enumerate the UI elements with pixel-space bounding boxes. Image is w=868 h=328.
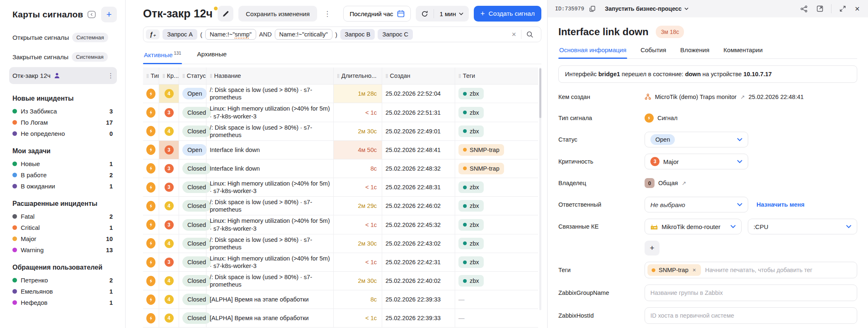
create-signal-label: Создать сигнал xyxy=(489,10,535,17)
table-row[interactable]: 3ClosedLinux: High memory utilization (>… xyxy=(143,253,538,272)
tab-attachments[interactable]: Вложения xyxy=(679,44,710,58)
signal-name: [ALPHA] Время на этапе обработки xyxy=(206,309,333,328)
sidebar-item-closed-signals[interactable]: Закрытые сигналы Системная xyxy=(9,48,117,66)
expand-icon[interactable] xyxy=(838,4,847,13)
scrollbar-thumb[interactable] xyxy=(539,68,541,118)
sidebar-filter-item[interactable]: Fatal2 xyxy=(12,211,113,222)
status-dot xyxy=(12,109,17,113)
sidebar-filter-item[interactable]: Петренко2 xyxy=(12,275,113,286)
table-row[interactable]: 3OpenInterface link down4м 50с25.02.2026… xyxy=(143,141,538,159)
filter-label: Warning xyxy=(21,246,44,253)
field-created-by: Кем создан MicroTik (demo) Traps monitor… xyxy=(558,89,857,104)
table-row[interactable]: 3ClosedLinux: High memory utilization (>… xyxy=(143,215,538,234)
status-dot xyxy=(12,248,17,252)
sidebar-item-open-signals[interactable]: Открытые сигналы Системная xyxy=(9,28,117,47)
related-ce-select[interactable]: MikroTik demo-router xyxy=(645,219,742,234)
sidebar-filter-item[interactable]: Не определено0 xyxy=(12,128,113,139)
table-row[interactable]: 3ClosedLinux: High memory utilization (>… xyxy=(143,103,538,122)
share-icon[interactable] xyxy=(799,4,809,14)
signal-name: Linux: High memory utilization (>40% for… xyxy=(206,253,333,272)
tags-cell: zbx xyxy=(455,272,538,290)
tags-placeholder: Начните печатать, чтобы добавить тег xyxy=(705,267,812,273)
assignee-select[interactable]: Не выбрано xyxy=(645,197,748,212)
created-by-link[interactable]: MicroTik (demo) Traps monitor xyxy=(655,94,737,100)
table-row[interactable]: 4Closed[ALPHA] Время на этапе обработки<… xyxy=(143,309,538,328)
clear-query-icon[interactable]: × xyxy=(508,29,519,40)
no-tag: — xyxy=(458,296,465,303)
field-label: Теги xyxy=(558,267,645,273)
assign-me-link[interactable]: Назначить меня xyxy=(756,201,805,208)
run-business-process-dropdown[interactable]: Запустить бизнес-процесс xyxy=(605,5,689,12)
query-chip-c[interactable]: Запрос C xyxy=(378,29,413,40)
copy-id-icon[interactable] xyxy=(588,5,596,13)
severity-select[interactable]: 3 Major xyxy=(645,154,748,169)
tag-dot xyxy=(463,111,467,114)
add-signal-map-button[interactable]: + xyxy=(101,7,117,22)
sidebar-filter-item[interactable]: Critical1 xyxy=(12,222,113,233)
table-row[interactable]: 4Closed/: Disk space is low (used > 80%)… xyxy=(143,197,538,215)
query-chip-b[interactable]: Запрос B xyxy=(340,29,375,40)
table-row[interactable]: 4Closed/: Disk space is low (used > 80%)… xyxy=(143,122,538,141)
table-row[interactable]: 4Closed[ALPHA] Время на этапе обработки8… xyxy=(143,290,538,309)
query-condition-2[interactable]: Name:!~"critically" xyxy=(275,29,332,40)
create-signal-button[interactable]: + Создать сигнал xyxy=(474,6,541,22)
sidebar-filter-item[interactable]: Емельянов1 xyxy=(12,286,113,297)
tab-active-signals[interactable]: Активные131 xyxy=(143,47,182,64)
collapse-sidebar-icon[interactable] xyxy=(87,11,96,18)
table-row[interactable]: 3ClosedLinux: High memory utilization (>… xyxy=(143,178,538,197)
external-link-icon[interactable]: ↗ xyxy=(740,94,745,100)
sidebar-filter-item[interactable]: Warning13 xyxy=(12,244,113,256)
sidebar-filter-item[interactable]: В работе2 xyxy=(12,169,113,181)
query-bar[interactable]: ƒ₊ Запрос A ( Name:!~"snmp" AND Name:!~"… xyxy=(143,27,541,42)
sidebar-item-otk-zakr-12h[interactable]: Отк-закр 12ч ⋮ xyxy=(9,67,117,84)
search-icon[interactable] xyxy=(523,30,537,39)
column-header-5[interactable]: ⣿Создан xyxy=(382,68,455,84)
sidebar-filter-item[interactable]: Нефедов1 xyxy=(12,297,113,308)
refresh-icon xyxy=(421,10,428,17)
sidebar-filter-item[interactable]: В ожидании1 xyxy=(12,181,113,192)
table-row[interactable]: 4Open/: Disk space is low (used > 80%) ·… xyxy=(143,84,538,103)
zabbix-host-input[interactable] xyxy=(645,307,857,324)
sidebar-filter-item[interactable]: Major10 xyxy=(12,233,113,244)
tab-main-info[interactable]: Основная информация xyxy=(558,44,627,58)
column-header-6[interactable]: ⣿Теги xyxy=(455,68,538,84)
table-row[interactable]: 3ClosedInterface link down8с25.02.2026 2… xyxy=(143,159,538,178)
query-condition-1[interactable]: Name:!~"snmp" xyxy=(205,29,256,40)
related-metric-select[interactable]: :CPU xyxy=(748,219,857,234)
tab-events[interactable]: События xyxy=(640,44,667,58)
table-row[interactable]: 4Closed/: Disk space is low (used > 80%)… xyxy=(143,272,538,290)
edit-title-button[interactable] xyxy=(218,6,233,22)
item-menu-icon[interactable]: ⋮ xyxy=(107,72,114,80)
close-icon[interactable]: × xyxy=(854,4,861,14)
table-row[interactable]: 4Closed/: Disk space is low (used > 80%)… xyxy=(143,234,538,253)
tag-pill: zbx xyxy=(458,181,484,193)
sidebar-filter-item[interactable]: По Логам17 xyxy=(12,117,113,128)
query-chip-a[interactable]: Запрос A xyxy=(162,29,197,40)
page-menu-icon[interactable]: ⋮ xyxy=(322,8,332,20)
add-related-ce-button[interactable]: + xyxy=(645,241,659,256)
tab-archived-signals[interactable]: Архивные xyxy=(196,47,228,64)
duration-cell: 4м 50с xyxy=(333,141,382,159)
time-range-button[interactable]: Последний час xyxy=(343,6,411,22)
tag-pill: zbx xyxy=(458,256,484,268)
sidebar-filter-item[interactable]: Из Заббикса3 xyxy=(12,106,113,117)
open-in-new-icon[interactable] xyxy=(815,4,824,13)
column-header-0[interactable]: ⣿Тип xyxy=(143,68,159,84)
zabbix-group-input[interactable] xyxy=(645,285,857,301)
sidebar-filter-item[interactable]: Новые1 xyxy=(12,158,113,169)
tags-input[interactable]: SNMP-trap × Начните печатать, чтобы доба… xyxy=(645,262,857,278)
column-header-3[interactable]: ⣿Название xyxy=(206,68,333,84)
external-link-icon[interactable]: ↗ xyxy=(681,180,686,186)
table-scrollbar[interactable] xyxy=(539,68,541,310)
tab-comments[interactable]: Комментарии xyxy=(723,44,763,58)
refresh-interval-dropdown[interactable]: 1 мин xyxy=(434,10,469,17)
save-changes-button[interactable]: Сохранить изменения xyxy=(238,6,317,22)
column-header-1[interactable]: ⣿Кр... xyxy=(159,68,179,84)
refresh-button[interactable] xyxy=(416,10,434,17)
column-header-4[interactable]: ⣿Длительно... xyxy=(333,68,382,84)
function-icon[interactable]: ƒ₊ xyxy=(146,29,160,39)
column-header-2[interactable]: ⣿Статус xyxy=(179,68,206,84)
created-cell: 25.02.2026 22:52:04 xyxy=(382,84,455,103)
status-select[interactable]: Open xyxy=(645,132,748,147)
remove-tag-icon[interactable]: × xyxy=(692,267,697,273)
